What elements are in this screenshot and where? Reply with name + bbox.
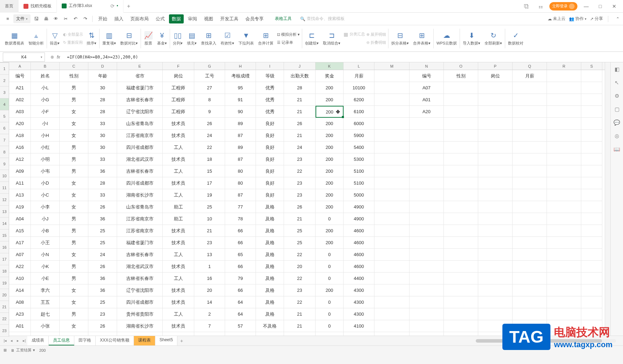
cell[interactable] [374, 201, 409, 213]
cell[interactable]: 78 [225, 213, 256, 225]
cell[interactable]: A11 [9, 177, 31, 189]
row-header[interactable]: 1 [0, 63, 9, 75]
find-button[interactable]: ⊞查找录入 [199, 30, 218, 47]
cell[interactable] [513, 118, 547, 130]
cell[interactable]: 良好 [256, 177, 284, 189]
cell[interactable] [409, 273, 444, 284]
cell[interactable] [478, 296, 513, 308]
wps-cloud-button[interactable]: ☁WPS云数据 [434, 30, 459, 47]
cell[interactable]: 女 [60, 332, 88, 336]
cell[interactable]: 工人 [163, 142, 194, 153]
cell[interactable]: 四川省成都市 [117, 177, 163, 189]
valid-button[interactable]: ☑有效性▾ [218, 30, 236, 47]
cell[interactable]: 贵州省贵阳市 [117, 308, 163, 320]
cell[interactable]: 小D [31, 177, 60, 189]
row-header[interactable]: 2 [0, 75, 9, 87]
col-header-Q[interactable]: Q [513, 62, 547, 70]
tab-nav-prev[interactable]: ◂ [8, 338, 15, 343]
cell[interactable] [409, 249, 444, 261]
cell[interactable] [513, 201, 547, 213]
cell[interactable]: 200 [316, 237, 344, 249]
cell[interactable]: 技术员 [163, 130, 194, 142]
cell[interactable] [513, 284, 547, 296]
cell[interactable]: 小G [31, 94, 60, 106]
cell[interactable]: 30 [88, 82, 117, 94]
tab-workbook[interactable]: 工作簿3.xlsx ⟳ • [57, 0, 123, 13]
cell[interactable] [444, 237, 478, 249]
fx-icon[interactable]: fx [57, 55, 60, 60]
cell[interactable]: 5100 [344, 177, 374, 189]
cell[interactable]: 18 [194, 153, 225, 165]
cell[interactable]: 技术员 [163, 261, 194, 273]
sort-button[interactable]: ⇅排序▾ [84, 30, 99, 47]
cell[interactable]: 吉林省长春市 [117, 165, 163, 177]
cell[interactable] [581, 118, 602, 130]
cell[interactable] [478, 165, 513, 177]
cell[interactable]: 女 [60, 201, 88, 213]
apps-icon[interactable]: ⚏ [535, 1, 546, 12]
cell[interactable]: 工人 [163, 308, 194, 320]
col-header-O[interactable]: O [444, 62, 478, 70]
cell[interactable] [581, 189, 602, 201]
cell[interactable]: 89 [225, 142, 256, 153]
cell[interactable]: 87 [225, 189, 256, 201]
cell[interactable] [444, 130, 478, 142]
cell[interactable]: 小红 [31, 142, 60, 153]
cell[interactable]: 28 [284, 82, 316, 94]
cell[interactable]: 江苏省南京市 [117, 213, 163, 225]
cell[interactable]: 25 [194, 201, 225, 213]
row-header[interactable]: 9 [0, 158, 9, 170]
cell[interactable]: 辽宁省沈阳市 [117, 106, 163, 118]
tab-home[interactable]: 首页 [0, 0, 19, 13]
cell[interactable] [374, 237, 409, 249]
cell[interactable] [513, 142, 547, 153]
cell[interactable] [478, 308, 513, 320]
cell[interactable]: 小李 [31, 201, 60, 213]
cell[interactable] [409, 189, 444, 201]
cell[interactable]: 5400 [344, 142, 374, 153]
cell[interactable] [374, 165, 409, 177]
add-tab-button[interactable]: + [123, 3, 134, 9]
cell[interactable]: 工人 [163, 249, 194, 261]
cell[interactable]: 9 [194, 106, 225, 118]
col-header-D[interactable]: D [88, 62, 117, 70]
cell[interactable] [547, 213, 581, 225]
merge-table-button[interactable]: ⊞合并表格▾ [411, 30, 433, 47]
cell[interactable]: 6200 [344, 94, 374, 106]
cell[interactable]: 小明 [31, 153, 60, 165]
cell[interactable] [581, 273, 602, 284]
cell[interactable]: 30 [88, 142, 117, 153]
cell[interactable] [513, 296, 547, 308]
tab-nav-last[interactable]: ▸| [21, 338, 27, 343]
cell[interactable]: 33 [88, 118, 117, 130]
cell[interactable]: 江苏省南京市 [117, 130, 163, 142]
expand-button[interactable]: ⊕展开明细 [365, 31, 387, 38]
cell[interactable] [547, 106, 581, 118]
row-header[interactable]: 17 [0, 253, 9, 265]
cell[interactable]: 工程师 [163, 94, 194, 106]
cell[interactable] [409, 142, 444, 153]
cell[interactable]: 22 [284, 249, 316, 261]
cell[interactable]: 男 [60, 94, 88, 106]
cell[interactable]: 26 [88, 261, 117, 273]
cell[interactable]: 良好 [256, 142, 284, 153]
cell[interactable]: 福建省厦门市 [117, 237, 163, 249]
cell[interactable]: 0 [316, 320, 344, 332]
cell[interactable]: 8 [194, 94, 225, 106]
cell[interactable] [444, 94, 478, 106]
cell[interactable] [478, 142, 513, 153]
cell[interactable] [409, 130, 444, 142]
cell[interactable]: 小C [31, 189, 60, 201]
cell[interactable]: 年龄 [88, 70, 117, 82]
cell[interactable]: 男 [60, 273, 88, 284]
cell[interactable] [374, 249, 409, 261]
cell[interactable] [581, 177, 602, 189]
cell[interactable]: 男 [60, 225, 88, 237]
cell[interactable]: 0 [316, 249, 344, 261]
cell[interactable] [581, 94, 602, 106]
cell[interactable] [409, 296, 444, 308]
cell[interactable]: A10 [9, 273, 31, 284]
cell[interactable] [409, 284, 444, 296]
menu-insert[interactable]: 插入 [111, 14, 126, 23]
book-icon[interactable]: 📖 [614, 146, 621, 153]
